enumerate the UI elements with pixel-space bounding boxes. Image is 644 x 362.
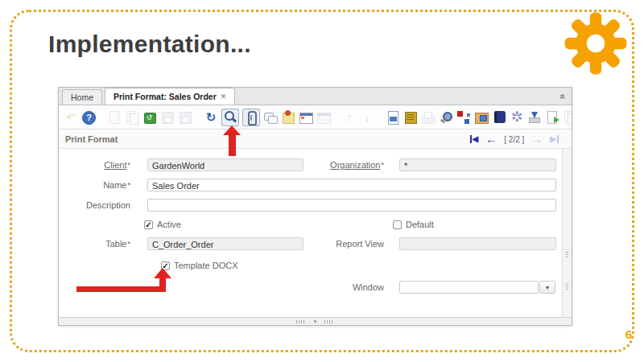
name-label: Name (103, 179, 130, 191)
archive-icon[interactable] (403, 110, 418, 125)
description-field[interactable] (147, 199, 556, 212)
client-field[interactable]: GardenWorld (147, 158, 303, 171)
toolbar (59, 105, 572, 130)
red-arrow-attachment (223, 125, 241, 156)
refresh-icon[interactable] (204, 110, 218, 125)
splitter-caret-icon[interactable]: ▾ (314, 319, 317, 324)
note-icon[interactable] (281, 110, 295, 125)
detail-icon (316, 110, 331, 125)
default-label: Default (406, 220, 434, 229)
email-icon[interactable] (474, 110, 489, 125)
name-field[interactable]: Sales Order (147, 179, 556, 191)
tab-home-label: Home (71, 93, 93, 102)
tab-bar: Home Print Format: Sales Order ✕ « (59, 88, 572, 105)
close-tab-icon[interactable]: ✕ (221, 93, 227, 101)
template-docx-label: Template DOCX (174, 261, 237, 270)
record-navigation: ◀ ← [ 2/2 ] → ▶ (470, 134, 559, 145)
previous-record-icon[interactable]: ← (485, 134, 497, 145)
default-checkbox[interactable] (393, 220, 402, 229)
organization-label[interactable]: Organization (330, 158, 384, 171)
lookup-record-icon[interactable] (439, 110, 453, 125)
last-record-icon: ▶ (550, 135, 559, 143)
delete-record-icon[interactable] (142, 110, 157, 125)
table-label: Table (105, 237, 130, 250)
save-icon (160, 110, 175, 125)
report-view-field[interactable] (399, 237, 556, 250)
report-icon[interactable] (386, 110, 400, 125)
find-record-icon[interactable] (221, 109, 239, 126)
export-icon[interactable] (527, 110, 542, 125)
record-counter: [ 2/2 ] (504, 135, 524, 144)
grid-toggle-icon[interactable] (299, 110, 313, 125)
export-file-icon[interactable] (545, 110, 559, 125)
organization-field[interactable]: * (399, 158, 556, 171)
attachment-icon[interactable] (242, 109, 260, 126)
ignore-icon (563, 110, 572, 125)
parent-record-icon (342, 110, 357, 125)
process-icon[interactable] (510, 110, 524, 125)
new-record-icon (107, 110, 122, 125)
detail-record-icon (360, 110, 374, 125)
form-header: Print Format ◀ ← [ 2/2 ] → ▶ (59, 130, 572, 149)
next-record-icon: → (531, 134, 543, 145)
gear-icon (564, 11, 628, 76)
splitter-grip (296, 320, 306, 323)
chat-icon[interactable] (263, 110, 278, 125)
bottom-splitter[interactable]: ▾ (59, 317, 572, 325)
right-splitter[interactable] (562, 149, 572, 317)
first-record-icon[interactable]: ◀ (470, 135, 479, 143)
red-arrow-template-docx (76, 268, 173, 292)
copy-record-icon (125, 110, 139, 125)
slide-title: Implementation... (48, 31, 251, 58)
form-title: Print Format (65, 134, 118, 144)
undo-icon (64, 110, 78, 125)
window-label: Window (353, 281, 384, 294)
description-label: Description (86, 199, 130, 212)
tab-active-label: Print Format: Sales Order (114, 92, 217, 101)
product-info-icon[interactable] (492, 110, 506, 125)
collapse-chevrons-icon[interactable]: « (558, 94, 569, 98)
page-number: 6 (625, 327, 632, 341)
workflow-icon[interactable] (456, 110, 471, 125)
report-view-label: Report View (336, 237, 384, 250)
window-field[interactable] (399, 281, 539, 294)
save-create-icon (178, 110, 192, 125)
active-checkbox[interactable]: ✓ (144, 220, 153, 229)
window-dropdown-button[interactable]: ▾ (539, 281, 555, 294)
tab-print-format-sales-order[interactable]: Print Format: Sales Order ✕ (105, 88, 235, 105)
table-field[interactable]: C_Order_Order (147, 237, 303, 250)
help-icon[interactable] (81, 110, 96, 125)
splitter-grip (324, 320, 334, 323)
tab-home[interactable]: Home (62, 89, 102, 105)
slide: Implementation... Home Print Format: Sal… (0, 0, 644, 362)
client-label[interactable]: Client (104, 158, 130, 171)
print-icon (421, 110, 436, 125)
active-label: Active (157, 220, 181, 229)
